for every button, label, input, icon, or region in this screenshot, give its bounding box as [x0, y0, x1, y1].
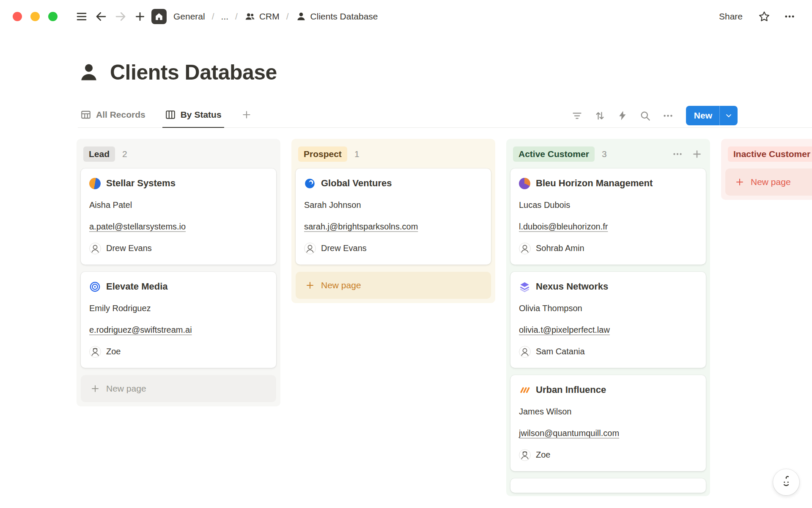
plus-icon — [735, 177, 745, 187]
contact-email[interactable]: jwilson@quantumquill.com — [519, 428, 697, 439]
contact-email[interactable]: e.rodriguez@swiftstream.ai — [89, 324, 268, 335]
company-logo-icon — [519, 178, 530, 189]
owner-avatar — [519, 346, 531, 358]
column-count: 1 — [354, 149, 359, 159]
favorite-star-icon[interactable] — [754, 7, 774, 26]
company-name: Stellar Systems — [106, 178, 176, 189]
contact-email[interactable]: a.patel@stellarsystems.io — [89, 221, 268, 232]
automation-lightning-icon[interactable] — [617, 110, 628, 121]
company-name: Bleu Horizon Management — [536, 178, 653, 189]
contact-name: Olivia Thompson — [519, 303, 697, 314]
new-page-icon[interactable] — [130, 7, 150, 26]
company-logo-icon — [89, 178, 101, 189]
assistant-button[interactable] — [773, 469, 799, 495]
new-record-button[interactable]: New — [686, 106, 738, 125]
breadcrumb: General / ... / CRM / Clients Database — [151, 9, 381, 24]
tab-by-status[interactable]: By Status — [162, 104, 224, 128]
zoom-window-button[interactable] — [48, 12, 58, 21]
owner-avatar — [304, 243, 316, 254]
column-lead: Lead 2 Stellar Systems Aisha Patel a.pat… — [77, 139, 280, 406]
contact-email[interactable]: sarah.j@brightsparksolns.com — [304, 221, 483, 232]
breadcrumb-item-clients-database[interactable]: Clients Database — [292, 9, 381, 24]
column-add-card-icon[interactable] — [691, 149, 702, 160]
owner-avatar — [519, 449, 531, 461]
company-name: Nexus Networks — [536, 281, 608, 292]
plus-icon — [90, 384, 100, 394]
owner-name: Zoe — [106, 347, 121, 356]
owner-avatar — [519, 243, 531, 254]
person-icon — [296, 11, 307, 22]
new-record-label: New — [686, 106, 719, 125]
filter-icon[interactable] — [571, 110, 583, 121]
search-icon[interactable] — [639, 110, 651, 121]
kanban-board: Lead 2 Stellar Systems Aisha Patel a.pat… — [0, 128, 812, 496]
sort-icon[interactable] — [594, 110, 606, 121]
client-card[interactable]: Elevate Media Emily Rodriguez e.rodrigue… — [81, 272, 276, 368]
client-card[interactable]: Global Ventures Sarah Johnson sarah.j@br… — [296, 168, 491, 265]
contact-name: Aisha Patel — [89, 199, 268, 210]
company-name: Elevate Media — [106, 281, 168, 292]
column-count: 2 — [122, 149, 127, 159]
minimize-window-button[interactable] — [30, 12, 40, 21]
client-card[interactable]: Stellar Systems Aisha Patel a.patel@stel… — [81, 168, 276, 265]
people-icon — [244, 11, 255, 22]
company-logo-icon — [304, 178, 315, 189]
status-badge[interactable]: Prospect — [298, 146, 347, 162]
column-count: 3 — [602, 149, 607, 159]
client-card[interactable] — [510, 478, 706, 493]
status-badge[interactable]: Inactive Customer — [728, 146, 812, 162]
owner-avatar — [89, 346, 101, 358]
tab-all-records[interactable]: All Records — [78, 104, 148, 128]
more-options-icon[interactable] — [780, 7, 799, 26]
assistant-face-icon — [779, 475, 793, 489]
breadcrumb-separator: / — [211, 11, 215, 22]
view-tabs-bar: All Records By Status New — [78, 104, 812, 128]
sidebar-toggle-icon[interactable] — [72, 7, 91, 26]
column-active-customer: Active Customer 3 Bleu Horizon Managemen… — [506, 139, 710, 496]
board-view-icon — [165, 109, 176, 120]
client-card[interactable]: Bleu Horizon Management Lucas Dubois l.d… — [510, 168, 706, 265]
forward-icon[interactable] — [111, 7, 130, 26]
column-inactive-customer: Inactive Customer New page — [721, 139, 812, 200]
chevron-down-icon[interactable] — [720, 106, 738, 125]
new-page-button[interactable]: New page — [725, 168, 812, 196]
window-titlebar: General / ... / CRM / Clients Database S… — [0, 0, 812, 33]
company-logo-icon — [519, 384, 530, 396]
contact-name: Sarah Johnson — [304, 199, 483, 210]
plus-icon — [305, 280, 315, 290]
contact-email[interactable]: olivia.t@pixelperfect.law — [519, 324, 697, 335]
new-page-button[interactable]: New page — [296, 272, 491, 299]
company-name: Urban Influence — [536, 384, 606, 395]
contact-name: Emily Rodriguez — [89, 303, 268, 314]
breadcrumb-separator: / — [285, 11, 290, 22]
owner-name: Zoe — [536, 450, 550, 460]
client-card[interactable]: Urban Influence James Wilson jwilson@qua… — [510, 375, 706, 471]
add-view-icon[interactable] — [239, 109, 255, 122]
page-title-person-icon — [78, 61, 100, 83]
status-badge[interactable]: Lead — [83, 146, 115, 162]
home-icon[interactable] — [151, 9, 167, 24]
company-name: Global Ventures — [321, 178, 392, 189]
new-page-button[interactable]: New page — [81, 375, 276, 402]
close-window-button[interactable] — [13, 12, 22, 21]
breadcrumb-item-general[interactable]: General — [170, 10, 208, 23]
breadcrumb-item-ellipsis[interactable]: ... — [218, 10, 232, 23]
status-badge[interactable]: Active Customer — [513, 146, 595, 162]
share-button[interactable]: Share — [713, 8, 749, 25]
owner-name: Sam Catania — [536, 347, 585, 356]
contact-email[interactable]: l.dubois@bleuhorizon.fr — [519, 221, 697, 232]
breadcrumb-separator: / — [234, 11, 239, 22]
client-card[interactable]: Nexus Networks Olivia Thompson olivia.t@… — [510, 272, 706, 368]
owner-avatar — [89, 243, 101, 254]
page-title: Clients Database — [110, 60, 277, 85]
company-logo-icon — [89, 281, 101, 293]
owner-name: Drew Evans — [106, 243, 152, 253]
contact-name: Lucas Dubois — [519, 199, 697, 210]
window-controls — [13, 12, 58, 21]
column-prospect: Prospect 1 Global Ventures Sarah Johnson… — [291, 139, 495, 303]
breadcrumb-item-crm[interactable]: CRM — [241, 9, 283, 24]
column-more-options-icon[interactable] — [672, 149, 683, 160]
back-icon[interactable] — [91, 7, 111, 26]
view-options-icon[interactable] — [662, 110, 674, 121]
owner-name: Sohrab Amin — [536, 243, 584, 253]
